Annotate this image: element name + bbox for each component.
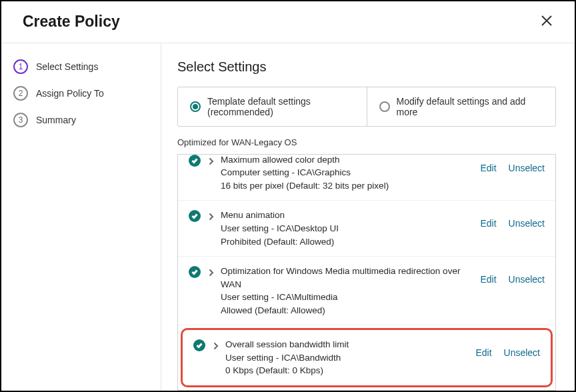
checkmark-icon [189, 266, 201, 278]
expand-chevron-icon[interactable] [209, 211, 214, 223]
expand-chevron-icon[interactable] [209, 156, 214, 168]
close-icon [541, 12, 553, 31]
setting-title: Maximum allowed color depth [221, 154, 480, 166]
setting-path: User setting - ICA\Multimedia [221, 291, 480, 304]
radio-icon [379, 101, 390, 112]
settings-mode-radio-group: Template default settings (recommended) … [177, 87, 556, 127]
step-number-icon: 2 [13, 86, 28, 101]
setting-row: Maximum allowed color depth Computer set… [178, 154, 555, 201]
unselect-link[interactable]: Unselect [509, 218, 545, 229]
checkmark-icon [189, 155, 201, 167]
dialog-header: Create Policy [1, 1, 575, 43]
setting-value: Prohibited (Default: Allowed) [221, 235, 480, 249]
step-label: Select Settings [36, 61, 98, 72]
step-label: Summary [36, 115, 76, 125]
setting-value: 0 Kbps (Default: 0 Kbps) [225, 364, 475, 377]
unselect-link[interactable]: Unselect [509, 274, 545, 285]
expand-chevron-icon[interactable] [209, 267, 214, 279]
step-assign-policy[interactable]: 2 Assign Policy To [13, 86, 161, 101]
setting-value: Allowed (Default: Allowed) [221, 304, 480, 317]
edit-link[interactable]: Edit [480, 163, 496, 173]
setting-row: Optimization for Windows Media multimedi… [178, 257, 555, 325]
step-label: Assign Policy To [36, 88, 104, 99]
main-panel: Select Settings Template default setting… [161, 43, 575, 391]
radio-icon [190, 101, 201, 112]
unselect-link[interactable]: Unselect [504, 347, 540, 358]
setting-text: Optimization for Windows Media multimedi… [221, 265, 480, 317]
setting-path: Computer setting - ICA\Graphics [221, 166, 480, 179]
close-button[interactable] [537, 12, 556, 31]
radio-label: Template default settings (recommended) [207, 96, 355, 117]
checkmark-icon [189, 210, 201, 222]
setting-title: Optimization for Windows Media multimedi… [221, 265, 480, 291]
setting-text: Overall session bandwidth limit User set… [225, 338, 475, 377]
setting-value: 16 bits per pixel (Default: 32 bits per … [221, 179, 480, 193]
step-number-icon: 1 [13, 59, 28, 74]
setting-row: Menu animation User setting - ICA\Deskto… [178, 201, 555, 257]
edit-link[interactable]: Edit [480, 218, 496, 229]
setting-actions: Edit Unselect [480, 163, 545, 173]
setting-text: Maximum allowed color depth Computer set… [221, 154, 480, 192]
template-subtitle: Optimized for WAN-Legacy OS [177, 137, 556, 147]
setting-title: Overall session bandwidth limit [225, 338, 475, 351]
unselect-link[interactable]: Unselect [509, 163, 545, 173]
radio-modify-default[interactable]: Modify default settings and add more [367, 87, 556, 126]
checkmark-icon [193, 339, 205, 351]
setting-actions: Edit Unselect [480, 274, 545, 285]
edit-link[interactable]: Edit [480, 274, 496, 285]
setting-row: Overall session bandwidth limit User set… [181, 328, 553, 387]
setting-actions: Edit Unselect [480, 218, 545, 229]
setting-actions: Edit Unselect [475, 347, 540, 358]
wizard-sidebar: 1 Select Settings 2 Assign Policy To 3 S… [1, 43, 161, 391]
setting-path: User setting - ICA\Bandwidth [225, 351, 475, 365]
setting-path: User setting - ICA\Desktop UI [221, 222, 480, 235]
dialog-body: 1 Select Settings 2 Assign Policy To 3 S… [1, 43, 575, 391]
setting-text: Menu animation User setting - ICA\Deskto… [221, 209, 480, 248]
dialog-title: Create Policy [23, 13, 120, 31]
create-policy-dialog: Create Policy 1 Select Settings 2 Assign… [0, 0, 576, 392]
step-summary[interactable]: 3 Summary [13, 113, 161, 127]
step-select-settings[interactable]: 1 Select Settings [13, 59, 161, 74]
setting-title: Menu animation [221, 209, 480, 222]
panel-heading: Select Settings [177, 59, 556, 75]
step-number-icon: 3 [13, 113, 28, 127]
settings-list[interactable]: Lossy compression level User setting - I… [177, 154, 556, 391]
radio-label: Modify default settings and add more [397, 96, 544, 117]
edit-link[interactable]: Edit [475, 347, 491, 358]
radio-template-default[interactable]: Template default settings (recommended) [178, 87, 367, 126]
expand-chevron-icon[interactable] [213, 341, 219, 353]
